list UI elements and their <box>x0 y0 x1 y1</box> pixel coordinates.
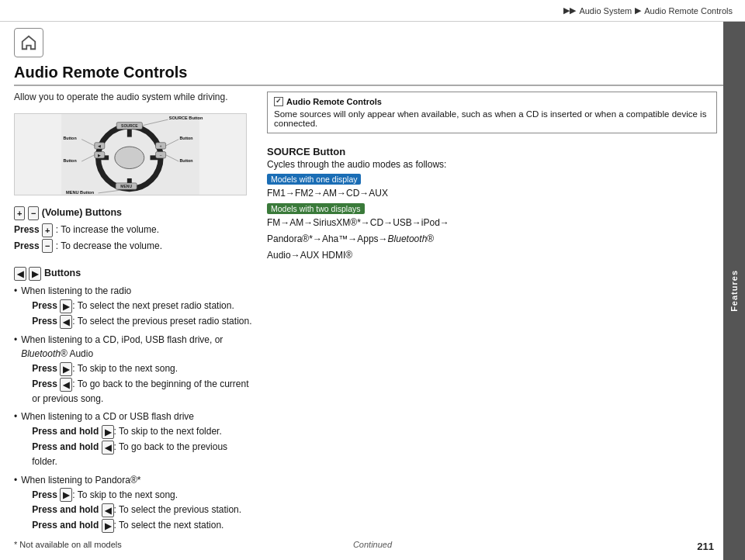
svg-text:Button: Button <box>179 136 192 140</box>
svg-text:Button: Button <box>179 158 192 163</box>
features-sidebar: Features <box>723 22 745 560</box>
page-number: 211 <box>697 541 714 552</box>
volume-section-title: + − (Volume) Buttons <box>14 206 255 220</box>
svg-text:SOURCE Button: SOURCE Button <box>169 116 203 120</box>
source-section-desc: Cycles through the audio modes as follow… <box>267 159 717 170</box>
svg-text:Button: Button <box>63 136 76 140</box>
info-box: Audio Remote Controls Some sources will … <box>267 92 717 133</box>
two-displays-modes-line3: Audio→AUX HDMI® <box>267 248 717 262</box>
svg-text:MENU: MENU <box>120 184 132 188</box>
svg-text:▶: ▶ <box>98 153 101 157</box>
arrows-bullet-list: When listening to the radio Press ▶: To … <box>14 284 255 534</box>
home-icon[interactable] <box>14 28 43 57</box>
sidebar-label: Features <box>729 270 739 312</box>
plus-btn-label: + <box>14 206 25 220</box>
list-item: When listening to Pandora®* Press ▶: To … <box>14 473 255 534</box>
allow-text: Allow you to operate the audio system wh… <box>14 92 255 102</box>
list-item: When listening to a CD or USB flash driv… <box>14 410 255 469</box>
arrows-section: ◀ ▶ Buttons When listening to the radio … <box>14 267 255 537</box>
right-column: Audio Remote Controls Some sources will … <box>267 92 717 537</box>
two-displays-modes-line2: Pandora®*→Aha™→Apps→Bluetooth® <box>267 232 717 246</box>
page-title: Audio Remote Controls <box>14 64 723 86</box>
footnote: * Not available on all models <box>14 540 122 549</box>
svg-text:−: − <box>160 153 162 157</box>
badge-one-display: Models with one display <box>267 173 717 186</box>
breadcrumb-bar: ▶▶ Audio System ▶ Audio Remote Controls <box>0 0 745 22</box>
breadcrumb-part3: Audio Remote Controls <box>644 6 733 16</box>
minus-btn-label: − <box>28 206 39 220</box>
one-display-badge: Models with one display <box>267 174 361 185</box>
info-box-body: Some sources will only appear when avail… <box>274 109 710 128</box>
left-column: Allow you to operate the audio system wh… <box>14 92 255 537</box>
breadcrumb: ▶▶ Audio System ▶ Audio Remote Controls <box>563 5 733 16</box>
info-box-title: Audio Remote Controls <box>274 97 710 106</box>
two-displays-badge: Models with two displays <box>267 203 365 214</box>
checkbox-icon <box>274 97 283 106</box>
breadcrumb-part2: Audio System <box>579 6 632 16</box>
volume-section: + − (Volume) Buttons Press + : To increa… <box>14 206 255 255</box>
content-area: Allow you to operate the audio system wh… <box>14 92 717 537</box>
svg-text:SOURCE: SOURCE <box>121 123 138 128</box>
svg-text:◀: ◀ <box>98 143 101 148</box>
list-item: When listening to the radio Press ▶: To … <box>14 284 255 330</box>
arrows-section-title: ◀ ▶ Buttons <box>14 267 255 281</box>
list-item: When listening to a CD, iPod, USB flash … <box>14 333 255 406</box>
continued-label: Continued <box>353 540 392 549</box>
svg-text:MENU Button: MENU Button <box>66 190 95 195</box>
source-section-title: SOURCE Button <box>267 146 717 157</box>
steering-wheel-image: ◀ ▶ + − SOURCE MENU SOURCE Button <box>14 113 247 195</box>
one-display-modes: FM1→FM2→AM→CD→AUX <box>267 186 717 200</box>
breadcrumb-arrows: ▶▶ <box>563 5 576 16</box>
breadcrumb-sep1: ▶ <box>635 5 641 16</box>
svg-text:Button: Button <box>63 158 76 163</box>
volume-title-text: (Volume) Buttons <box>42 207 122 218</box>
volume-plus-line: Press + : To increase the volume. <box>14 223 255 237</box>
svg-text:+: + <box>160 143 162 148</box>
svg-point-6 <box>115 147 144 168</box>
two-displays-modes-line1: FM→AM→SiriusXM®*→CD→USB→iPod→ <box>267 216 717 230</box>
info-box-title-text: Audio Remote Controls <box>286 97 382 106</box>
badge-two-displays: Models with two displays <box>267 202 717 216</box>
volume-minus-line: Press − : To decrease the volume. <box>14 239 255 254</box>
source-button-section: SOURCE Button Cycles through the audio m… <box>267 146 717 264</box>
